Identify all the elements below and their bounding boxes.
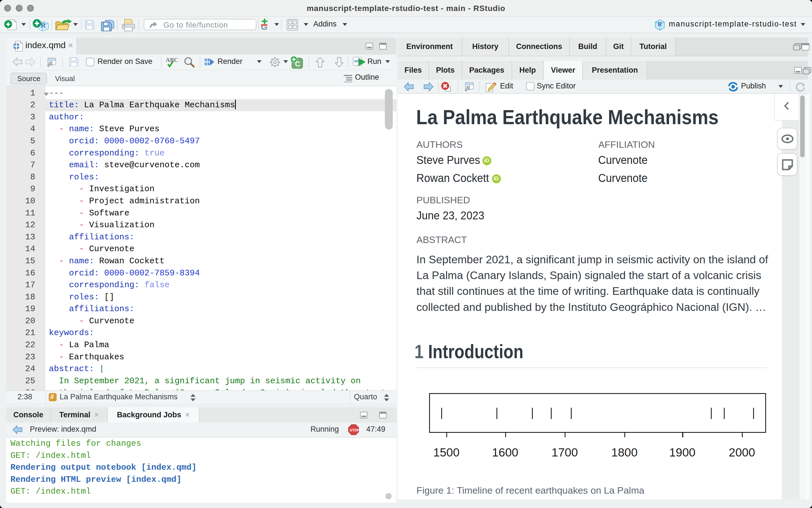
- svg-text:R: R: [41, 21, 46, 29]
- svg-text:R: R: [658, 20, 662, 27]
- svg-text:STOP: STOP: [350, 428, 359, 432]
